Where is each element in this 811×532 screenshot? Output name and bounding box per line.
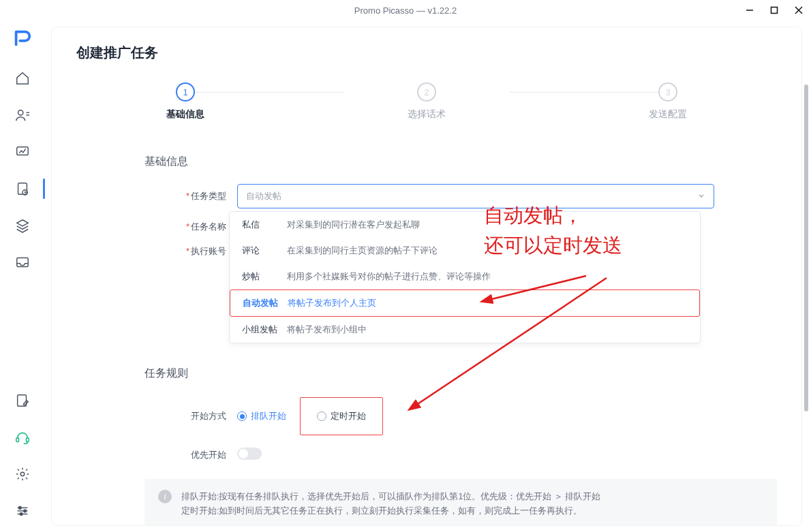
row-task-type: *任务类型 自动发帖 [76,184,777,208]
option-group-post[interactable]: 小组发帖将帖子发布到小组中 [230,317,700,343]
toggle-priority[interactable] [237,448,262,460]
label-task-name: 任务名称 [191,221,226,232]
scrollbar[interactable] [803,68,810,525]
svg-point-20 [20,513,22,516]
nav-headset-icon[interactable] [7,422,38,453]
info-line-2: 定时开始:如到时间后无其它任务正在执行，则立刻开始执行采集任务，如有，则完成上一… [181,504,600,518]
row-start-mode: 开始方式 排队开始 定时开始 [76,397,777,435]
radio-timed-start[interactable]: 定时开始 [317,410,366,422]
nav-home-icon[interactable] [7,63,38,94]
option-auto-post[interactable]: 自动发帖将帖子发布到个人主页 [230,290,700,317]
label-task-type: 任务类型 [191,191,226,201]
select-task-type-value: 自动发帖 [246,190,281,202]
nav-sliders-icon[interactable] [7,495,38,527]
info-icon: i [158,490,172,503]
nav-users-icon[interactable] [7,99,38,131]
nav-clipboard-icon[interactable] [7,173,38,204]
option-boost-post[interactable]: 炒帖利用多个社媒账号对你的帖子进行点赞、评论等操作 [230,264,700,290]
info-box: i 排队开始:按现有任务排队执行，选择优先开始后，可以插队作为排队第1位。优先级… [144,479,777,525]
svg-rect-12 [16,438,19,442]
step-indicator: 1 基础信息 2 选择话术 3 发送配置 [144,82,709,121]
step-2[interactable]: 2 选择话术 [386,82,468,121]
step-1[interactable]: 1 基础信息 [144,82,226,121]
chevron-down-icon [697,191,705,202]
sidebar [0,20,45,532]
section-rules-title: 任务规则 [144,366,777,381]
window-title: Promo Picasso — v1.22.2 [354,5,457,16]
section-basic-title: 基础信息 [144,155,777,169]
title-bar: Promo Picasso — v1.22.2 [0,0,811,20]
label-exec-account: 执行账号 [191,246,226,256]
maximize-button[interactable] [762,0,786,20]
label-priority: 优先开始 [191,450,226,460]
radio-queue-start[interactable]: 排队开始 [237,410,286,422]
option-private-msg[interactable]: 私信对采集到的同行潜在客户发起私聊 [230,212,700,238]
nav-inbox-icon[interactable] [7,247,38,278]
select-task-type[interactable]: 自动发帖 [237,184,714,208]
option-comment[interactable]: 评论在采集到的同行主页资源的帖子下评论 [230,238,700,264]
nav-monitor-icon[interactable] [7,136,38,168]
nav-edit-icon[interactable] [7,385,38,416]
step-3[interactable]: 3 发送配置 [627,82,709,121]
svg-rect-1 [771,7,778,14]
window-controls [737,0,811,20]
close-button[interactable] [786,0,811,20]
app-logo [12,27,33,49]
minimize-button[interactable] [737,0,762,20]
svg-point-14 [20,472,25,476]
svg-point-18 [19,507,22,510]
label-start-mode: 开始方式 [191,411,226,421]
nav-layers-icon[interactable] [7,210,38,241]
row-priority: 优先开始 [76,448,777,463]
page-title: 创建推广任务 [76,44,777,62]
svg-rect-7 [17,147,29,155]
info-line-1: 排队开始:按现有任务排队执行，选择优先开始后，可以插队作为排队第1位。优先级：优… [181,490,600,504]
task-type-dropdown: 私信对采集到的同行潜在客户发起私聊 评论在采集到的同行主页资源的帖子下评论 炒帖… [229,211,701,343]
svg-point-19 [24,510,27,512]
nav-settings-icon[interactable] [7,458,38,490]
svg-point-4 [18,110,23,115]
svg-rect-13 [27,438,29,442]
